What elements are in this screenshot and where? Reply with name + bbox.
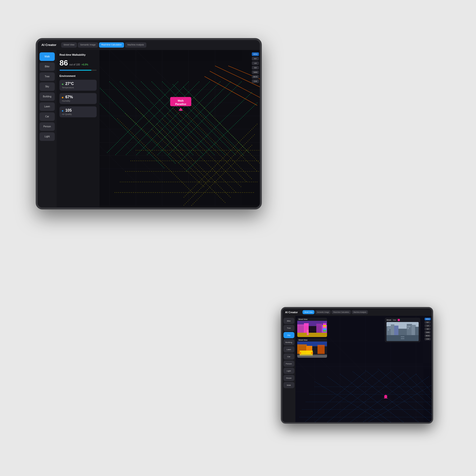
small-sidebar-house[interactable]: House bbox=[284, 375, 294, 381]
large-left-panel: Real-time Walkability 86 out of 100 +6.0… bbox=[57, 50, 100, 207]
svg-rect-107 bbox=[307, 330, 309, 335]
air-label: Air Quality bbox=[62, 113, 94, 116]
large-header: AI Creator Street View Semantic Image Re… bbox=[38, 40, 260, 50]
svg-rect-135 bbox=[389, 327, 391, 329]
large-app-body: Walk Bike Tree Sky Building Lawn Car Per… bbox=[38, 50, 260, 207]
street-panel-2-label: Street View bbox=[297, 339, 327, 341]
svg-rect-133 bbox=[401, 338, 404, 339]
street-card-label-2: View bbox=[393, 319, 396, 321]
street-panel-1-label: Street View bbox=[297, 318, 327, 321]
small-sidebar-bike[interactable]: Bike bbox=[284, 318, 294, 324]
svg-rect-106 bbox=[297, 333, 327, 337]
tablet-large: AI Creator Street View Semantic Image Re… bbox=[36, 38, 262, 209]
svg-rect-134 bbox=[388, 327, 389, 329]
street-card-label: Street bbox=[387, 319, 391, 321]
small-sidebar-light[interactable]: Light bbox=[284, 368, 294, 374]
svg-rect-132 bbox=[401, 336, 404, 337]
svg-rect-110 bbox=[323, 325, 326, 326]
city-san[interactable]: SAN bbox=[252, 70, 259, 74]
small-city-ny[interactable]: NY bbox=[425, 321, 431, 324]
street-card-photo bbox=[387, 322, 419, 341]
large-city-panel: HOU NY LA SD SAN BOS CHI bbox=[252, 52, 259, 83]
small-map-area: Street View bbox=[295, 316, 432, 422]
sidebar-btn-building[interactable]: Building bbox=[39, 92, 55, 101]
small-sidebar-building[interactable]: Building bbox=[284, 339, 294, 345]
sidebar-btn-light[interactable]: Light bbox=[39, 132, 55, 141]
large-tab-group: Street View Semantic Image Real-time Cal… bbox=[61, 42, 146, 48]
temp-value: 27°C bbox=[62, 82, 94, 86]
small-tab-realtime[interactable]: Real-time Calculation bbox=[332, 310, 351, 314]
air-number: 105 bbox=[65, 108, 72, 112]
real-street-svg bbox=[387, 322, 419, 341]
city-chi[interactable]: CHI bbox=[252, 80, 259, 83]
svg-rect-122 bbox=[297, 355, 327, 358]
svg-rect-118 bbox=[318, 345, 325, 354]
svg-rect-121 bbox=[311, 352, 313, 354]
progress-fill bbox=[60, 70, 91, 71]
small-sidebar-tree[interactable]: Tree bbox=[284, 325, 294, 331]
city-la[interactable]: LA bbox=[252, 61, 259, 65]
city-hou[interactable]: HOU bbox=[252, 52, 259, 56]
semantic-street-svg-2 bbox=[297, 341, 327, 358]
small-sidebar-sky[interactable]: Sky bbox=[284, 332, 294, 338]
env-card-humidity: 67% Humidity bbox=[60, 93, 97, 104]
svg-rect-104 bbox=[316, 324, 322, 333]
svg-rect-136 bbox=[388, 329, 389, 331]
tab-realtime-calc[interactable]: Real-time Calculation bbox=[99, 42, 124, 48]
humidity-number: 67% bbox=[65, 95, 73, 99]
small-sidebar-car[interactable]: Car bbox=[284, 354, 294, 360]
air-dot bbox=[62, 110, 63, 112]
large-app-title: AI Creator bbox=[41, 43, 56, 47]
small-city-hou[interactable]: HOU bbox=[425, 318, 431, 320]
sidebar-btn-walk[interactable]: Walk bbox=[39, 52, 55, 61]
tab-semantic-image[interactable]: Semantic Image bbox=[78, 42, 98, 48]
street-card-header: Street View bbox=[387, 319, 419, 321]
street-card-right: Street View bbox=[385, 318, 420, 342]
svg-rect-112 bbox=[323, 328, 326, 330]
svg-rect-128 bbox=[407, 324, 412, 336]
city-sd[interactable]: SD bbox=[252, 66, 259, 69]
svg-rect-109 bbox=[323, 323, 326, 325]
walkability-title: Real-time Walkability bbox=[60, 53, 97, 56]
sidebar-btn-bike[interactable]: Bike bbox=[39, 62, 55, 71]
tab-machine-analysis[interactable]: Machine Analysis bbox=[125, 42, 146, 48]
small-city-chi[interactable]: CHI bbox=[425, 338, 431, 340]
large-sidebar: Walk Bike Tree Sky Building Lawn Car Per… bbox=[38, 50, 57, 207]
small-city-bos[interactable]: BOS bbox=[425, 334, 431, 337]
svg-rect-102 bbox=[297, 324, 305, 333]
small-sidebar-person[interactable]: Person bbox=[284, 360, 294, 367]
svg-text:Paradise: Paradise bbox=[175, 102, 186, 105]
small-app-ui: AI Creator Street View Semantic Image Re… bbox=[282, 308, 432, 422]
sidebar-btn-lawn[interactable]: Lawn bbox=[39, 102, 55, 111]
small-tab-machine[interactable]: Machine Analysis bbox=[352, 310, 368, 314]
humidity-dot bbox=[62, 97, 63, 98]
svg-rect-120 bbox=[299, 352, 301, 354]
city-bos[interactable]: BOS bbox=[252, 75, 259, 79]
score-delta: +6.0% bbox=[81, 63, 88, 66]
small-tab-street-view[interactable]: Street View bbox=[303, 310, 314, 314]
small-city-panel: HOU NY LA SD SAN BOS CHI bbox=[425, 318, 431, 340]
street-panel-1-img bbox=[297, 321, 327, 337]
small-app-body: Bike Tree Sky Building Lawn Car Person L… bbox=[282, 316, 432, 422]
small-header: AI Creator Street View Semantic Image Re… bbox=[282, 308, 432, 316]
small-tab-semantic[interactable]: Semantic Image bbox=[315, 310, 331, 314]
progress-bar bbox=[60, 70, 97, 71]
humidity-label: Humidity bbox=[62, 100, 94, 102]
svg-rect-139 bbox=[408, 328, 409, 329]
svg-rect-138 bbox=[409, 326, 410, 327]
small-city-sd[interactable]: SD bbox=[425, 328, 431, 330]
tab-street-view[interactable]: Street View bbox=[61, 42, 77, 48]
temp-dot bbox=[62, 84, 63, 85]
svg-point-99 bbox=[384, 395, 387, 398]
small-sidebar-walk[interactable]: Walk bbox=[284, 382, 294, 388]
city-ny[interactable]: NY bbox=[252, 57, 259, 60]
sidebar-btn-tree[interactable]: Tree bbox=[39, 72, 55, 81]
street-panel-2-img bbox=[297, 341, 327, 358]
small-sidebar: Bike Tree Sky Building Lawn Car Person L… bbox=[282, 316, 295, 422]
sidebar-btn-car[interactable]: Car bbox=[39, 112, 55, 121]
sidebar-btn-sky[interactable]: Sky bbox=[39, 82, 55, 91]
sidebar-btn-person[interactable]: Person bbox=[39, 122, 55, 131]
small-city-la[interactable]: LA bbox=[425, 324, 431, 327]
small-sidebar-lawn[interactable]: Lawn bbox=[284, 346, 294, 353]
small-city-san[interactable]: SAN bbox=[425, 331, 431, 334]
